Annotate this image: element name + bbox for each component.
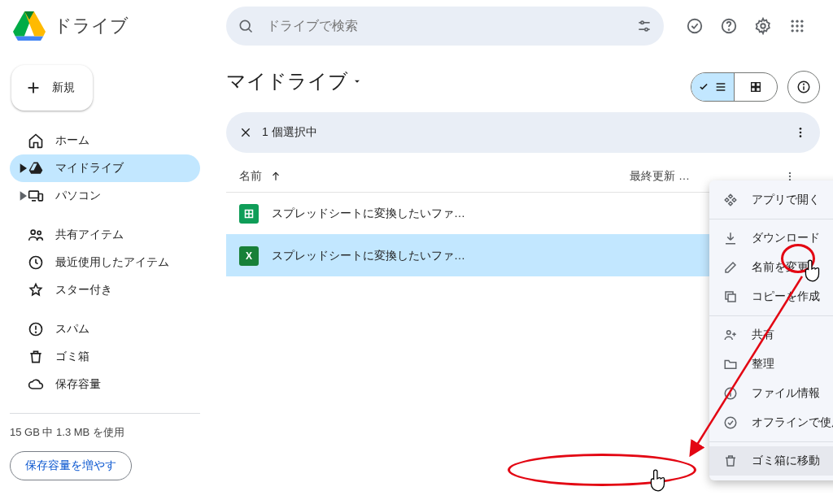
svg-point-39 <box>804 84 805 85</box>
menu-label: オフラインで使用可能にする <box>752 415 833 430</box>
sort-asc-icon[interactable] <box>270 171 281 182</box>
nav-label: 保存容量 <box>55 377 101 392</box>
share-icon <box>722 327 739 343</box>
menu-label: 整理 <box>752 357 833 371</box>
storage-usage: 15 GB 中 1.3 MB を使用 <box>10 413 200 440</box>
nav-home[interactable]: ホーム <box>10 127 200 154</box>
menu-open-with[interactable]: アプリで開く <box>709 185 833 215</box>
file-name: スプレッドシートに変換したいファ… <box>272 206 784 221</box>
menu-label: ダウンロード <box>752 231 833 245</box>
selection-more-icon[interactable] <box>794 126 807 139</box>
menu-offline[interactable]: オフラインで使用可能にする <box>709 408 833 437</box>
svg-point-29 <box>36 332 37 332</box>
svg-point-9 <box>761 24 765 28</box>
selection-count: 1 個選択中 <box>262 125 784 140</box>
spam-icon <box>28 321 44 337</box>
nav-shared[interactable]: 共有アイテム <box>10 221 200 249</box>
chevron-right-icon <box>15 160 31 176</box>
view-toggle <box>691 72 778 102</box>
svg-point-11 <box>796 20 798 23</box>
search-bar[interactable] <box>226 7 664 46</box>
nav-label: ゴミ箱 <box>55 350 89 364</box>
main: マイドライブ <box>210 52 833 504</box>
copy-icon <box>722 289 739 305</box>
menu-label: 名前を変更 <box>752 260 833 275</box>
star-icon <box>28 282 44 298</box>
svg-rect-58 <box>728 294 735 302</box>
file-name: スプレッドシートに変換したいファ… <box>272 249 784 263</box>
logo-area: ドライブ <box>10 10 220 42</box>
ready-offline-icon[interactable] <box>678 10 711 42</box>
people-icon <box>28 227 44 243</box>
menu-label: コピーを作成 <box>752 289 833 304</box>
plus-icon <box>24 79 42 97</box>
svg-point-47 <box>789 176 791 177</box>
nav-trash[interactable]: ゴミ箱 <box>10 343 200 371</box>
svg-point-18 <box>800 29 803 32</box>
svg-point-13 <box>792 24 794 27</box>
nav-label: マイドライブ <box>55 161 124 176</box>
svg-point-15 <box>800 24 803 27</box>
svg-point-3 <box>641 21 643 24</box>
menu-label: ゴミ箱に移動 <box>752 454 833 468</box>
svg-line-1 <box>249 29 252 33</box>
home-icon <box>28 133 44 149</box>
search-options-icon[interactable] <box>636 18 652 34</box>
nav-mydrive[interactable]: マイドライブ <box>10 154 200 182</box>
nav-label: ホーム <box>55 133 89 148</box>
open-with-icon <box>722 192 739 208</box>
svg-point-44 <box>800 135 802 137</box>
nav-recent[interactable]: 最近使用したアイテム <box>10 249 200 276</box>
svg-rect-36 <box>757 88 761 92</box>
svg-point-6 <box>688 20 702 33</box>
support-icon[interactable] <box>713 10 745 42</box>
page-title[interactable]: マイドライブ <box>226 68 363 94</box>
svg-rect-33 <box>752 83 756 87</box>
download-icon <box>722 230 739 246</box>
info-icon <box>722 385 739 402</box>
settings-icon[interactable] <box>747 10 779 42</box>
svg-point-5 <box>645 28 648 31</box>
nav-label: パソコン <box>55 189 101 203</box>
new-button[interactable]: 新規 <box>11 65 93 111</box>
nav-label: スパム <box>55 322 89 337</box>
svg-point-14 <box>796 24 798 27</box>
svg-rect-34 <box>757 83 761 87</box>
svg-point-17 <box>796 29 798 32</box>
menu-share[interactable]: 共有 <box>709 320 833 350</box>
top-icons <box>678 10 813 42</box>
menu-rename[interactable]: 名前を変更 <box>709 253 833 282</box>
menu-move-to-trash[interactable]: ゴミ箱に移動 <box>709 446 833 476</box>
menu-make-copy[interactable]: コピーを作成 Ctrl+C Ctrl+V <box>709 282 833 311</box>
context-menu: アプリで開く ダウンロード 名前を変更 コピーを作成 Ctrl+C Ctrl+V… <box>709 180 833 480</box>
nav-storage[interactable]: 保存容量 <box>10 371 200 398</box>
list-view-button[interactable] <box>691 73 734 101</box>
search-input[interactable] <box>265 18 625 34</box>
svg-point-64 <box>731 390 731 391</box>
close-selection-icon[interactable] <box>239 126 252 139</box>
svg-point-42 <box>800 128 802 130</box>
col-name-label[interactable]: 名前 <box>239 169 262 184</box>
menu-label: アプリで開く <box>752 193 833 207</box>
trash-icon <box>722 453 739 469</box>
grid-view-button[interactable] <box>735 73 777 101</box>
menu-file-info[interactable]: ファイル情報 <box>709 379 833 408</box>
buy-storage-button[interactable]: 保存容量を増やす <box>10 451 132 480</box>
page-title-label: マイドライブ <box>226 68 348 94</box>
menu-organize[interactable]: 整理 <box>709 350 833 379</box>
nav-spam[interactable]: スパム <box>10 315 200 343</box>
new-button-label: 新規 <box>52 80 75 95</box>
svg-point-12 <box>800 20 803 23</box>
selection-bar: 1 個選択中 <box>226 112 820 153</box>
svg-rect-22 <box>38 194 42 201</box>
offline-icon <box>722 415 739 431</box>
svg-point-8 <box>729 29 730 30</box>
nav-starred[interactable]: スター付き <box>10 276 200 304</box>
menu-download[interactable]: ダウンロード <box>709 224 833 253</box>
svg-point-0 <box>240 20 250 30</box>
nav-label: 共有アイテム <box>55 228 124 242</box>
nav-computers[interactable]: パソコン <box>10 182 200 210</box>
apps-icon[interactable] <box>781 10 813 42</box>
svg-point-43 <box>800 132 802 134</box>
details-icon[interactable] <box>787 71 820 103</box>
